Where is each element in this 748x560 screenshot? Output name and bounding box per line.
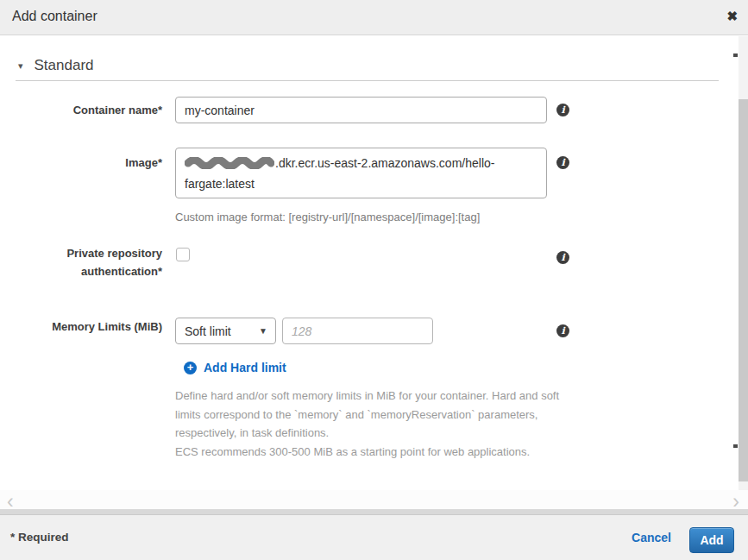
section-divider bbox=[16, 80, 719, 81]
image-value-line2: fargate:latest bbox=[185, 174, 537, 193]
container-name-input[interactable] bbox=[175, 97, 547, 123]
chevron-down-icon: ▼ bbox=[259, 326, 267, 336]
dialog-title: Add container bbox=[12, 9, 97, 24]
section-standard-toggle[interactable]: ▾ Standard bbox=[18, 57, 94, 74]
redacted-account-id bbox=[185, 155, 274, 174]
image-format-helper: Custom image format: [registry-url]/[nam… bbox=[175, 211, 480, 223]
dialog-header: Add container ✖ bbox=[0, 0, 748, 35]
add-hard-limit-link[interactable]: + Add Hard limit bbox=[184, 361, 286, 374]
image-value-line1: .dkr.ecr.us-east-2.amazonaws.com/hello- bbox=[185, 154, 537, 174]
horizontal-scroll-strip: ‹ › bbox=[0, 490, 748, 514]
close-icon[interactable]: ✖ bbox=[726, 8, 738, 25]
memory-limits-label: Memory Limits (MiB) bbox=[0, 320, 162, 333]
private-repo-auth-checkbox[interactable] bbox=[176, 248, 190, 261]
add-button[interactable]: Add bbox=[689, 527, 734, 553]
memory-limit-type-value: Soft limit bbox=[185, 324, 231, 338]
info-icon[interactable]: i bbox=[556, 156, 569, 169]
memory-limits-description: Define hard and/or soft memory limits in… bbox=[175, 387, 581, 461]
image-label: Image* bbox=[0, 156, 162, 169]
vertical-scrollbar-thumb[interactable] bbox=[739, 99, 748, 481]
info-icon[interactable]: i bbox=[556, 251, 569, 264]
section-title: Standard bbox=[35, 57, 94, 74]
plus-circle-icon: + bbox=[184, 362, 197, 374]
vertical-scrollbar-track[interactable] bbox=[739, 36, 748, 490]
scroll-up-marker bbox=[733, 53, 738, 57]
info-icon[interactable]: i bbox=[556, 324, 569, 337]
info-icon[interactable]: i bbox=[556, 104, 569, 116]
memory-limit-type-select[interactable]: Soft limit ▼ bbox=[175, 318, 276, 344]
required-note: * Required bbox=[10, 531, 69, 544]
scroll-down-marker bbox=[733, 444, 738, 448]
cancel-button[interactable]: Cancel bbox=[632, 531, 671, 544]
memory-limit-value-input[interactable] bbox=[282, 318, 433, 344]
add-hard-limit-label: Add Hard limit bbox=[204, 361, 286, 374]
container-name-label: Container name* bbox=[0, 104, 162, 116]
private-repo-auth-label: Private repository authentication* bbox=[0, 247, 162, 283]
dialog-footer: * Required Cancel Add bbox=[0, 514, 748, 560]
image-input[interactable]: .dkr.ecr.us-east-2.amazonaws.com/hello- … bbox=[175, 148, 547, 198]
caret-down-icon: ▾ bbox=[18, 60, 23, 72]
